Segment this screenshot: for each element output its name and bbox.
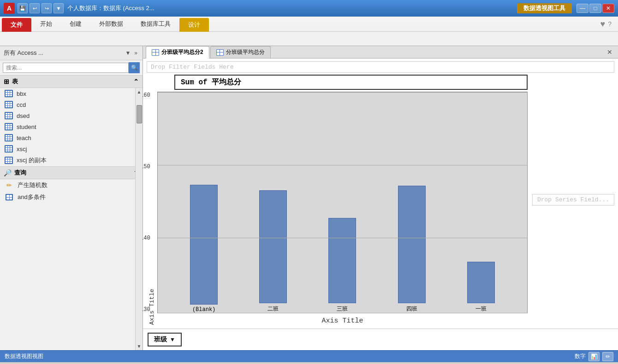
toolbar-icons: 💾 ↩ ↪ ▼ (18, 3, 64, 13)
tables-section-label: 表 (12, 77, 18, 86)
bar-label-blank: (Blank) (192, 306, 215, 313)
sidebar-dropdown-arrow[interactable]: ▼ (124, 50, 132, 56)
app-logo: A (4, 3, 15, 14)
pivot-filter-label: 班级 (154, 335, 167, 344)
tab-file[interactable]: 文件 (2, 18, 31, 32)
bar-label-class1: 一班 (475, 305, 487, 313)
close-all-tabs-button[interactable]: ✕ (604, 47, 615, 57)
grid-line-bottom (158, 313, 527, 313)
tables-icon: ⊞ (4, 78, 9, 85)
statusbar-text: 数据透视图视图 (5, 352, 575, 360)
table-label-dsed: dsed (17, 112, 30, 119)
table-label-teach: teach (17, 135, 31, 141)
search-button[interactable]: 🔍 (129, 62, 140, 73)
statusbar-chart-view-button[interactable]: 📊 (588, 352, 600, 361)
sidebar: 所有 Access ... ▼ » 🔍 ⊞ 表 ⌃ ▲ ▼ (0, 46, 143, 350)
statusbar: 数据透视图视图 数字 📊 ✏ (0, 350, 618, 362)
table-label-ccd: ccd (17, 101, 26, 108)
quick-access-button[interactable]: ▼ (53, 3, 64, 13)
bar-blank (190, 185, 218, 305)
drop-series-field[interactable]: Drop Series Field... (532, 194, 614, 205)
pivot-filter-button[interactable]: 班级 ▼ (148, 333, 182, 346)
sidebar-item-and[interactable]: and多条件 (0, 191, 143, 203)
tab-database-tools[interactable]: 数据库工具 (132, 17, 179, 32)
table-icon-dsed (5, 112, 13, 119)
contextual-tab-label: 数据透视图工具 (517, 3, 572, 13)
query-icon-random: ✏ (5, 181, 14, 189)
sidebar-table-items: ▲ ▼ bbx ccd dsed (0, 88, 143, 350)
window-title: 个人数据库：数据库 (Access 2... (67, 4, 517, 12)
bar-label-class4: 四班 (406, 305, 417, 313)
content-tabs: 分班级平均总分2 分班级平均总分 ✕ (143, 46, 618, 59)
query-icon-and (5, 193, 14, 201)
chart-area: Axis Title (147, 92, 528, 325)
ribbon-tabs: 文件 开始 创建 外部数据 数据库工具 设计 ♥ ? (0, 17, 618, 32)
bar-group-class1: 一班 (449, 262, 513, 313)
sidebar-collapse-arrow[interactable]: » (133, 50, 139, 56)
save-button[interactable]: 💾 (18, 3, 28, 13)
table-label-student: student (17, 123, 36, 130)
chart-title: Sum of 平均总分 (174, 75, 528, 90)
close-button[interactable]: ✕ (602, 4, 614, 13)
search-input[interactable] (3, 63, 129, 73)
bar-class3 (328, 218, 356, 303)
redo-button[interactable]: ↪ (42, 3, 52, 13)
table-icon-student (5, 123, 13, 130)
query-label-random: 产生随机数 (18, 181, 48, 189)
scrollbar-thumb[interactable] (137, 105, 142, 123)
undo-button[interactable]: ↩ (30, 3, 40, 13)
sidebar-item-bbx[interactable]: bbx (0, 88, 143, 99)
sidebar-item-xscj-copy[interactable]: xscj 的副本 (0, 154, 143, 166)
table-icon-xscj (5, 145, 13, 153)
pivot-filter-row: 班级 ▼ (143, 329, 618, 350)
tab-home[interactable]: 开始 (31, 17, 61, 32)
titlebar: A 💾 ↩ ↪ ▼ 个人数据库：数据库 (Access 2... 数据透视图工具… (0, 0, 618, 17)
help-icon[interactable]: ? (608, 20, 612, 28)
content-area: 分班级平均总分2 分班级平均总分 ✕ Drop Filter Fields He… (143, 46, 618, 350)
sidebar-section-tables: ⊞ 表 ⌃ (0, 76, 143, 88)
queries-section-label: 查询 (14, 169, 26, 177)
tables-expand-icon[interactable]: ⌃ (133, 78, 139, 85)
scrollbar-up-arrow[interactable]: ▲ (136, 88, 143, 96)
chart-wrap: Sum of 平均总分 Axis Title (147, 75, 528, 325)
drop-filter-bar[interactable]: Drop Filter Fields Here (147, 61, 614, 73)
table-icon-bbx (5, 90, 13, 97)
x-axis-label: Axis Title (157, 317, 528, 325)
tab-pivot-chart-1[interactable]: 分班级平均总分 (210, 46, 271, 58)
table-label-bbx: bbx (17, 90, 26, 97)
tab-design[interactable]: 设计 (179, 18, 209, 32)
bar-group-class2: 二班 (241, 190, 305, 313)
sidebar-item-ccd[interactable]: ccd (0, 99, 143, 110)
table-icon-xscj-copy (5, 157, 13, 164)
tab-label-pivot-1: 分班级平均总分 (226, 48, 265, 56)
scrollbar-down-arrow[interactable]: ▼ (136, 342, 143, 350)
minimize-button[interactable]: — (576, 4, 588, 13)
sidebar-arrows: ▼ » (124, 50, 139, 56)
statusbar-number-label: 数字 (575, 352, 586, 360)
sidebar-item-dsed[interactable]: dsed (0, 110, 143, 121)
maximize-button[interactable]: □ (589, 4, 601, 13)
bar-label-class2: 二班 (267, 305, 279, 313)
tab-create[interactable]: 创建 (61, 17, 90, 32)
pivot-filter-dropdown-icon: ▼ (170, 336, 175, 343)
sidebar-item-teach[interactable]: teach (0, 132, 143, 143)
ribbon-content (0, 32, 618, 46)
tab-external-data[interactable]: 外部数据 (90, 17, 132, 32)
sidebar-search-bar: 🔍 (0, 60, 143, 76)
chart-plot: 160 150 140 130 (Blank) (157, 92, 528, 313)
tab-pivot-chart-2[interactable]: 分班级平均总分2 (146, 46, 209, 59)
ribbon: 文件 开始 创建 外部数据 数据库工具 设计 ♥ ? (0, 17, 618, 46)
sidebar-item-xscj[interactable]: xscj (0, 143, 143, 154)
sidebar-title: 所有 Access ... (4, 49, 124, 57)
sidebar-item-random[interactable]: ✏ 产生随机数 (0, 179, 143, 191)
help-heart-icon[interactable]: ♥ (600, 19, 606, 29)
main-layout: 所有 Access ... ▼ » 🔍 ⊞ 表 ⌃ ▲ ▼ (0, 46, 618, 350)
bar-group-class4: 四班 (380, 186, 444, 313)
bar-class4 (398, 186, 426, 303)
table-label-xscj: xscj (17, 146, 27, 153)
statusbar-edit-button[interactable]: ✏ (602, 352, 613, 361)
table-icon-ccd (5, 101, 13, 108)
query-label-and: and多条件 (18, 193, 46, 201)
sidebar-item-student[interactable]: student (0, 121, 143, 132)
queries-icon: 🔎 (4, 169, 12, 176)
